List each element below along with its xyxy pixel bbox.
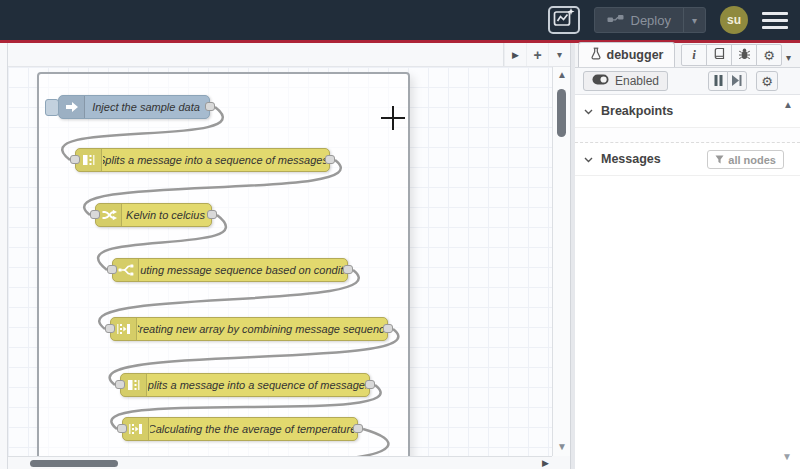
flow-node-split[interactable]: Splits a message into a sequence of mess… [120,373,370,397]
step-button[interactable] [727,71,747,91]
chevron-down-icon [584,104,593,118]
tab-add-icon: + [533,47,541,63]
funnel-icon [715,154,724,166]
flow-canvas[interactable]: Inject the sample dataSplits a message i… [8,67,552,456]
node-output-port[interactable] [325,155,335,164]
tab-config[interactable]: ⚙ [756,44,782,66]
node-label: Calculating the the average of temperatu… [150,418,354,440]
next-tab-button[interactable]: ▶ [504,43,526,66]
canvas-horizontal-scrollbar[interactable]: ▶ [8,456,552,469]
scroll-up-icon[interactable]: ▲ [553,69,571,80]
flow-node-inject[interactable]: Inject the sample data [58,95,210,119]
main-menu-button[interactable] [762,10,788,31]
node-input-port[interactable] [115,380,125,389]
deploy-options-button[interactable]: ▾ [683,8,705,32]
flow-node-join[interactable]: Creating new array by combining message … [110,317,388,341]
node-label: Kelvin to celcius [123,204,208,226]
inject-button[interactable] [45,99,59,116]
scroll-right-icon[interactable]: ▶ [542,458,549,468]
node-label: Inject the sample data [86,96,206,118]
header-bar: Deploy ▾ su [0,0,800,40]
toggle-on-icon [592,74,609,88]
node-input-port[interactable] [90,210,100,219]
inject-icon [59,96,85,118]
sidebar-scroll-up-icon[interactable]: ▲ [783,99,793,110]
scroll-down-icon[interactable]: ▼ [553,441,571,452]
scrollbar-corner [552,456,570,469]
info-icon: i [692,47,696,63]
flow-node-switch[interactable]: Routing message sequence based on condit… [112,258,348,282]
user-avatar[interactable]: su [720,6,748,34]
debugger-enabled-toggle[interactable]: Enabled [583,71,668,91]
flow-node-split[interactable]: Splits a message into a sequence of mess… [75,148,330,172]
flask-icon [590,47,602,63]
flow-sparkle-icon [553,8,575,32]
node-output-port[interactable] [365,380,375,389]
sidebar-tab-bar: debugger i ⚙ ▾ [575,43,800,68]
node-input-port[interactable] [70,155,80,164]
pause-button[interactable] [708,71,728,91]
sidebar: debugger i ⚙ ▾ Enabled ⚙ [575,43,800,469]
book-icon [713,47,726,63]
deploy-label: Deploy [631,13,671,28]
horizontal-scroll-thumb[interactable] [30,460,118,467]
node-input-port[interactable] [117,424,127,433]
debugger-panel: Breakpoints Messages all nodes ▲ ▼ [575,95,800,469]
gear-icon: ⚙ [763,49,775,62]
gear-icon: ⚙ [761,75,773,88]
breakpoints-title: Breakpoints [601,104,673,118]
breakpoints-empty-list [575,128,800,143]
debugger-settings-button[interactable]: ⚙ [756,71,778,91]
node-output-port[interactable] [383,324,393,333]
enabled-label: Enabled [615,74,659,88]
node-output-port[interactable] [205,102,215,111]
vertical-scroll-thumb[interactable] [557,89,566,137]
add-flow-button[interactable]: + [526,43,548,66]
flow-assistant-button[interactable] [548,6,580,34]
deploy-button[interactable]: Deploy ▾ [594,7,707,33]
caret-down-icon: ▾ [692,15,697,26]
workspace-tab-strip: ▶ + ▾ [8,43,570,67]
messages-section-header[interactable]: Messages all nodes [575,143,800,176]
node-output-port[interactable] [207,210,217,219]
tab-debugger[interactable]: debugger [578,42,675,67]
debugger-tab-label: debugger [607,48,664,62]
palette-edge [0,43,8,469]
flow-list-button[interactable]: ▾ [548,43,570,66]
message-filter-button[interactable]: all nodes [707,150,784,169]
tab-help[interactable] [706,44,732,66]
tab-debug[interactable] [731,44,757,66]
deploy-nodes-icon [607,13,624,28]
node-output-port[interactable] [353,424,363,433]
node-input-port[interactable] [105,324,115,333]
node-output-port[interactable] [343,265,353,274]
tab-next-icon: ▶ [512,50,519,60]
node-label: Routing message sequence based on condit… [140,259,344,281]
sidebar-scroll-down-icon[interactable]: ▼ [782,451,792,462]
tab-info[interactable]: i [681,44,707,66]
node-label: Splits a message into a sequence of mess… [103,149,326,171]
chevron-down-icon [584,152,593,166]
node-red-editor: Deploy ▾ su ▶ + ▾ Inject the sample data… [0,0,800,469]
step-next-icon [732,72,742,90]
pause-icon [714,72,723,90]
breakpoints-section-header[interactable]: Breakpoints [575,95,800,128]
filter-label: all nodes [728,154,776,166]
avatar-initials: su [727,13,741,27]
canvas-vertical-scrollbar[interactable]: ▲ ▼ [552,67,570,456]
flow-node-join[interactable]: Calculating the the average of temperatu… [122,417,358,441]
flow-node-change[interactable]: Kelvin to celcius [95,203,212,227]
node-label: Creating new array by combining message … [138,318,384,340]
crosshair-cursor [381,106,405,130]
node-input-port[interactable] [107,265,117,274]
messages-title: Messages [601,152,661,166]
bug-icon [738,47,751,63]
node-label: Splits a message into a sequence of mess… [148,374,366,396]
debugger-toolbar: Enabled ⚙ [575,68,800,95]
sidebar-tabs-overflow-button[interactable]: ▾ [786,52,791,63]
chevron-down-icon: ▾ [557,49,562,60]
hamburger-icon [762,12,788,15]
